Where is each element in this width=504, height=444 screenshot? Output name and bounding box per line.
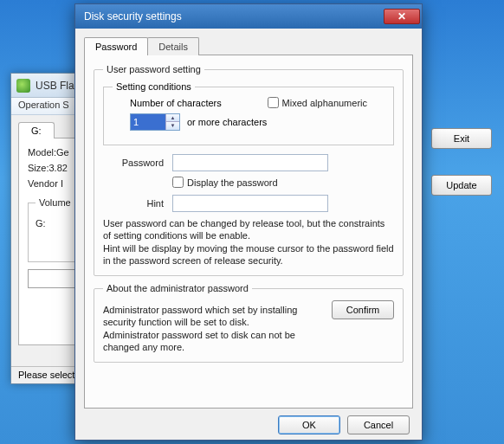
num-chars-spinner[interactable]: ▲ ▼	[130, 113, 180, 131]
mixed-alphanumeric-input[interactable]	[268, 97, 279, 108]
ok-button[interactable]: OK	[278, 415, 340, 434]
hint-input[interactable]	[172, 195, 328, 212]
usb-app-icon	[16, 79, 30, 93]
num-chars-input[interactable]	[131, 114, 165, 130]
confirm-button[interactable]: Confirm	[332, 300, 394, 319]
cancel-button[interactable]: Cancel	[347, 415, 410, 434]
setting-conditions-group: Setting conditions Number of characters …	[103, 81, 394, 145]
tab-details[interactable]: Details	[147, 37, 199, 55]
setting-conditions-legend: Setting conditions	[113, 81, 195, 92]
bg-volume-legend: Volume	[36, 197, 74, 208]
hint-label: Hint	[103, 198, 164, 209]
password-input[interactable]	[172, 154, 328, 171]
dialog-titlebar: Disk security settings ✕	[75, 4, 422, 29]
or-more-label: or more characters	[187, 117, 267, 127]
display-password-label: Display the password	[187, 177, 278, 188]
update-button[interactable]: Update	[431, 175, 492, 196]
num-chars-label: Number of characters	[130, 98, 222, 108]
dialog-close-button[interactable]: ✕	[384, 9, 420, 24]
tab-panel: User password setting Setting conditions…	[84, 55, 413, 409]
user-password-group: User password setting Setting conditions…	[94, 64, 404, 276]
bg-drive-tab[interactable]: G:	[18, 122, 55, 138]
admin-password-note: Administrator password which set by inst…	[103, 304, 323, 353]
display-password-checkbox[interactable]: Display the password	[172, 177, 278, 188]
tab-password[interactable]: Password	[84, 37, 148, 55]
password-label: Password	[103, 158, 164, 168]
admin-password-group: About the administrator password Adminis…	[94, 283, 404, 363]
exit-button[interactable]: Exit	[431, 128, 492, 149]
dialog-title: Disk security settings	[84, 10, 182, 23]
disk-security-dialog: Disk security settings ✕ Password Detail…	[74, 3, 423, 441]
close-icon: ✕	[397, 10, 406, 23]
mixed-alphanumeric-label: Mixed alphanumeric	[282, 98, 367, 108]
spin-up-icon[interactable]: ▲	[165, 114, 179, 122]
user-password-note: User password can be changed by release …	[103, 217, 394, 267]
admin-password-legend: About the administrator password	[103, 283, 252, 293]
user-password-legend: User password setting	[103, 64, 204, 74]
spin-down-icon[interactable]: ▼	[165, 122, 179, 130]
display-password-input[interactable]	[172, 177, 184, 188]
mixed-alphanumeric-checkbox[interactable]: Mixed alphanumeric	[268, 97, 367, 108]
